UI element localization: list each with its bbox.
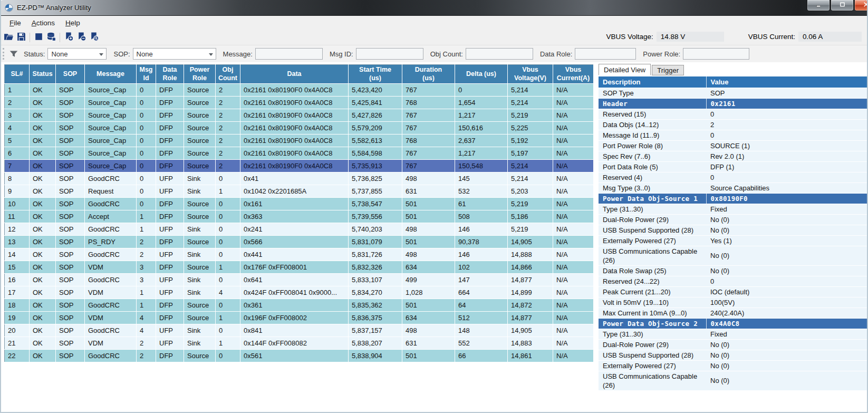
cell-data[interactable]: 0x1042 0x2201685A [240, 185, 349, 198]
cell-data[interactable]: 0x2161 0x80190F0 0x4A0C8 [240, 160, 349, 172]
detail-row[interactable]: SOP TypeSOP [599, 88, 868, 98]
cell-obj-count[interactable]: 0 [216, 236, 240, 248]
cell-power-role[interactable]: Sink [184, 172, 216, 185]
cell-start-time[interactable]: 5,739,556 [349, 210, 402, 223]
cell-duration[interactable]: 767 [402, 122, 455, 135]
cell-obj-count[interactable]: 0 [216, 248, 240, 261]
cell-sop[interactable]: SOP [56, 210, 85, 223]
cell-duration[interactable]: 631 [402, 185, 455, 198]
cell-message[interactable]: Source_Cap [85, 97, 137, 109]
detail-row[interactable]: Peak Current (21...20)IOC (default) [599, 286, 868, 297]
cell-vbus-a[interactable]: N/A [553, 172, 594, 185]
cell-power-role[interactable]: Source [184, 84, 216, 97]
cell-sop[interactable]: SOP [56, 312, 85, 324]
detail-row[interactable]: Dual-Role Power (29)No (0) [599, 339, 868, 350]
column-header-msg-id[interactable]: Msg Id [137, 65, 156, 84]
cell-duration[interactable]: 498 [402, 248, 455, 261]
column-header-data[interactable]: Data [240, 65, 349, 84]
cell-start-time[interactable]: 5,740,203 [349, 223, 402, 236]
detail-row[interactable]: Max Current in 10mA (9...0)240(2.40A) [599, 308, 868, 318]
cell-obj-count[interactable]: 0 [216, 350, 240, 362]
cell-status[interactable]: OK [30, 324, 56, 337]
cell-delta[interactable]: 532 [455, 185, 508, 198]
cell-power-role[interactable]: Source [184, 261, 216, 274]
message-filter-input[interactable] [255, 48, 323, 60]
cell-message[interactable]: VDM [85, 312, 137, 324]
cell-power-role[interactable]: Source [184, 147, 216, 160]
cell-data[interactable]: 0x841 [240, 324, 349, 337]
cell-sop[interactable]: SOP [56, 185, 85, 198]
cell-status[interactable]: OK [30, 135, 56, 147]
column-header-sl[interactable]: SL# [5, 65, 30, 84]
cell-status[interactable]: OK [30, 84, 56, 97]
stop-button[interactable] [32, 31, 45, 44]
cell-data-role[interactable]: DFP [156, 236, 184, 248]
cell-status[interactable]: OK [30, 109, 56, 122]
cell-sop[interactable]: SOP [56, 299, 85, 312]
cell-obj-count[interactable]: 0 [216, 198, 240, 210]
cell-msg-id[interactable]: 0 [137, 109, 156, 122]
cell-sop[interactable]: SOP [56, 172, 85, 185]
column-header-delta[interactable]: Delta (us) [455, 65, 508, 84]
table-row[interactable]: 17OKSOPVDM1UFPSink40x424F 0xFF008041 0x9… [5, 286, 594, 299]
cell-sop[interactable]: SOP [56, 84, 85, 97]
database-button[interactable] [45, 31, 57, 44]
cell-data-role[interactable]: DFP [156, 210, 184, 223]
cell-vbus-v[interactable]: 14,872 [508, 299, 553, 312]
cell-status[interactable]: OK [30, 350, 56, 362]
cell-delta[interactable]: 0 [455, 84, 508, 97]
table-row[interactable]: 21OKSOPVDM2UFPSink10x144F 0xFF0080825,83… [5, 337, 594, 350]
cell-obj-count[interactable]: 2 [216, 147, 240, 160]
cell-vbus-v[interactable]: 14,866 [508, 261, 553, 274]
cell-sop[interactable]: SOP [56, 248, 85, 261]
detail-row[interactable]: Reserved (4)0 [599, 172, 868, 183]
cell-vbus-v[interactable]: 5,214 [508, 97, 553, 109]
cell-start-time[interactable]: 5,838,207 [349, 337, 402, 350]
cell-status[interactable]: OK [30, 160, 56, 172]
cell-vbus-v[interactable]: 5,186 [508, 210, 553, 223]
cell-vbus-a[interactable]: N/A [553, 185, 594, 198]
cell-data-role[interactable]: DFP [156, 147, 184, 160]
cell-vbus-v[interactable]: 14,905 [508, 324, 553, 337]
cell-status[interactable]: OK [30, 299, 56, 312]
cell-power-role[interactable]: Sink [184, 223, 216, 236]
table-row[interactable]: 5OKSOPSource_Cap0DFPSource20x2161 0x8019… [5, 135, 594, 147]
cell-obj-count[interactable]: 1 [216, 261, 240, 274]
cell-status[interactable]: OK [30, 337, 56, 350]
cell-power-role[interactable]: Source [184, 122, 216, 135]
cell-vbus-v[interactable]: 5,219 [508, 223, 553, 236]
cell-status[interactable]: OK [30, 248, 56, 261]
cell-vbus-v[interactable]: 5,214 [508, 160, 553, 172]
cell-data-role[interactable]: DFP [156, 350, 184, 362]
cell-vbus-v[interactable]: 14,877 [508, 274, 553, 286]
cell-vbus-v[interactable]: 5,192 [508, 135, 553, 147]
cell-message[interactable]: Request [85, 185, 137, 198]
cell-power-role[interactable]: Sink [184, 337, 216, 350]
cell-msg-id[interactable]: 0 [137, 185, 156, 198]
cell-data[interactable]: 0x2161 0x80190F0 0x4A0C8 [240, 135, 349, 147]
cell-obj-count[interactable]: 0 [216, 223, 240, 236]
cell-data[interactable]: 0x363 [240, 210, 349, 223]
maximize-button[interactable] [831, 0, 854, 11]
cell-status[interactable]: OK [30, 286, 56, 299]
cell-sop[interactable]: SOP [56, 122, 85, 135]
cell-power-role[interactable]: Source [184, 299, 216, 312]
column-header-data-role[interactable]: Data Role [156, 65, 184, 84]
cell-sl[interactable]: 21 [5, 337, 30, 350]
cell-sl[interactable]: 20 [5, 324, 30, 337]
detail-row-highlighted[interactable]: Power Data Obj-Source 10x80190F0 [599, 193, 868, 204]
cell-obj-count[interactable]: 0 [216, 299, 240, 312]
cell-sop[interactable]: SOP [56, 97, 85, 109]
cell-power-role[interactable]: Source [184, 236, 216, 248]
cell-sl[interactable]: 17 [5, 286, 30, 299]
cell-delta[interactable]: 508 [455, 210, 508, 223]
cell-duration[interactable]: 501 [402, 198, 455, 210]
sop-filter-select[interactable]: None [133, 48, 216, 60]
cell-delta[interactable]: 512 [455, 312, 508, 324]
cell-vbus-a[interactable]: N/A [553, 223, 594, 236]
cell-sl[interactable]: 3 [5, 109, 30, 122]
msg-id-filter-input[interactable] [356, 48, 423, 60]
minimize-button[interactable] [807, 0, 830, 11]
cell-vbus-v[interactable]: 14,888 [508, 248, 553, 261]
cell-vbus-a[interactable]: N/A [553, 350, 594, 362]
